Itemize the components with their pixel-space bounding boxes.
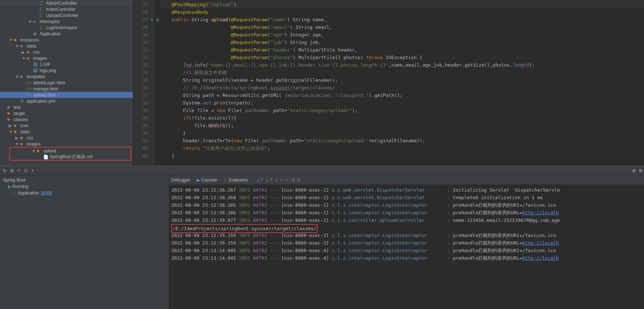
tree-item[interactable]: ▶■css xyxy=(0,49,133,55)
project-tree[interactable]: CAdminControllerCIndexControllerCUploadC… xyxy=(0,0,133,166)
code-line[interactable]: return "注册用户成功/文件上传成功"; xyxy=(160,144,644,152)
tab-debugger[interactable]: Debugger xyxy=(171,178,190,183)
code-line[interactable]: String originalFilename = header.getOrig… xyxy=(160,76,644,84)
line-number[interactable]: 45 xyxy=(133,152,148,160)
tree-item[interactable]: ▼■static xyxy=(0,129,133,135)
file-icon: C xyxy=(40,25,45,30)
code-line[interactable]: @PostMapping("/upload") xyxy=(160,1,644,8)
line-number[interactable]: 26 xyxy=(133,8,148,16)
filter-icon[interactable]: ▽ xyxy=(17,168,21,173)
tree-item[interactable]: ■target xyxy=(0,110,133,116)
code-area[interactable]: @PostMapping("/upload") @ResponseBody pu… xyxy=(154,0,644,166)
tree-item[interactable]: ▶■com xyxy=(0,122,133,129)
line-number[interactable]: 25 xyxy=(133,1,148,8)
line-number[interactable]: 30 xyxy=(133,39,148,46)
tree-arrow-icon[interactable]: ▶ xyxy=(15,135,19,140)
line-number[interactable]: 41 xyxy=(133,122,148,129)
line-number[interactable]: 40 xyxy=(133,114,148,122)
more-icon[interactable]: ⚙ xyxy=(639,168,643,173)
tree-arrow-icon[interactable]: ▼ xyxy=(28,19,32,24)
tree-item[interactable]: ▼■static xyxy=(0,43,133,49)
tree-item[interactable]: ▼●interceptor xyxy=(0,18,133,24)
code-line[interactable]: log.info("name:{},email:{},age:{},job:{}… xyxy=(160,61,644,69)
scroll-icon[interactable]: ⟨⟩ xyxy=(24,168,28,173)
console-output[interactable]: 2022-08-08 23:12:38.267 INFO 44792 --- [… xyxy=(169,185,644,309)
tree-arrow-icon[interactable]: ▼ xyxy=(22,56,26,61)
line-number[interactable]: 33 xyxy=(133,61,148,69)
code-line[interactable]: @RequestParam("age") Integer age, xyxy=(160,31,644,39)
line-number[interactable]: 34 xyxy=(133,69,148,76)
tree-label: AdminController xyxy=(46,1,77,6)
tree-item[interactable]: 🖼1.GIF xyxy=(0,61,133,67)
line-number[interactable]: 38 xyxy=(133,99,148,107)
code-line[interactable]: @RequestParam("photos") MultipartFile[] … xyxy=(160,54,644,61)
code-line[interactable]: // /E:/IdeaProjects/springboot-sysuser/t… xyxy=(160,84,644,91)
tree-arrow-icon[interactable]: ▶ xyxy=(22,50,26,55)
tree-item[interactable]: CLoginInterceptor xyxy=(0,24,133,31)
tree-arrow-icon[interactable]: ▼ xyxy=(15,74,19,79)
code-line[interactable]: @RequestParam("job") String job, xyxy=(160,39,644,46)
tree-item[interactable]: 🖼logo.png xyxy=(0,67,133,73)
line-number[interactable]: 37 xyxy=(133,91,148,99)
tree-item[interactable]: ■test xyxy=(0,104,133,110)
file-icon: ■ xyxy=(20,142,25,147)
tree-item[interactable]: ▼■images xyxy=(0,141,133,147)
code-line[interactable]: System.out.println(path); xyxy=(160,99,644,107)
running-status: ▶ Running xyxy=(3,183,166,190)
tree-item[interactable]: 📄SpringBoot-拦截器.md xyxy=(10,154,131,160)
code-line[interactable]: //1.获取源文件名称 xyxy=(160,69,644,76)
tree-item[interactable]: ▼■templates xyxy=(0,73,133,80)
tree-item[interactable]: CUploadController xyxy=(0,12,133,18)
layout-icon[interactable]: ⊞ xyxy=(10,168,14,173)
tree-item[interactable]: ▼■upload xyxy=(10,148,131,154)
tree-item[interactable]: ⚙application.yml xyxy=(0,98,133,104)
code-line[interactable]: @ResponseBody xyxy=(160,8,644,16)
tree-item[interactable]: CIndexController xyxy=(0,6,133,12)
tab-endpoints[interactable]: ♨ Endpoints xyxy=(223,178,248,183)
tree-arrow-icon[interactable]: ▼ xyxy=(32,148,36,153)
tree-item[interactable]: ◉Application xyxy=(0,31,133,37)
tree-item[interactable]: <>manage.html xyxy=(0,86,133,92)
code-line[interactable]: String path = ResourceUtils.getURL( reso… xyxy=(160,91,644,99)
tab-console[interactable]: ▶ Console xyxy=(197,178,217,183)
tree-item[interactable]: <>upload.html xyxy=(0,92,133,98)
tree-arrow-icon[interactable]: ▼ xyxy=(9,37,13,42)
tree-arrow-icon[interactable]: ▼ xyxy=(15,44,19,49)
line-number[interactable]: 32 xyxy=(133,54,148,61)
tree-item[interactable]: ▼■resources xyxy=(0,37,133,43)
tree-item[interactable]: ▼■images xyxy=(0,55,133,61)
line-number[interactable]: 29 xyxy=(133,31,148,39)
app-item[interactable]: ♨ Application :8080/ xyxy=(3,190,166,196)
line-number[interactable]: 36 xyxy=(133,84,148,91)
code-line[interactable]: File file = new File( pathname: path+"st… xyxy=(160,107,644,114)
code-line[interactable]: public String upload(@RequestParam("name… xyxy=(160,16,644,23)
code-line[interactable]: } xyxy=(160,152,644,160)
tree-item[interactable]: ▶■css xyxy=(0,135,133,141)
line-number[interactable]: 44 xyxy=(133,144,148,152)
line-number[interactable]: 39 xyxy=(133,107,148,114)
tree-arrow-icon[interactable]: ▼ xyxy=(15,142,19,147)
code-line[interactable]: @RequestParam("email") String email, xyxy=(160,23,644,31)
rerun-icon[interactable]: ↻ xyxy=(3,168,6,173)
code-line[interactable]: if(!file.exists()){ xyxy=(160,114,644,122)
add-icon[interactable]: + xyxy=(31,168,34,173)
tree-item[interactable]: CAdminController xyxy=(0,0,133,6)
tree-label: com xyxy=(20,123,28,128)
line-number[interactable]: 27↬ @ xyxy=(133,16,148,23)
tree-arrow-icon[interactable]: ▼ xyxy=(9,129,13,134)
code-line[interactable]: file.mkdirs(); xyxy=(160,122,644,129)
tree-arrow-icon[interactable]: ▶ xyxy=(9,123,13,128)
tree-item[interactable]: <>adminLogin.html xyxy=(0,80,133,86)
line-number[interactable]: 35 xyxy=(133,76,148,84)
code-line[interactable]: header.transferTo(new File( pathname: pa… xyxy=(160,137,644,144)
gutter-annotation-icon[interactable]: ↬ @ xyxy=(151,16,159,23)
tree-item[interactable]: ■classes xyxy=(0,116,133,122)
settings-icon[interactable]: ⊕ xyxy=(632,168,636,173)
line-number[interactable]: 43 xyxy=(133,137,148,144)
line-number[interactable]: 28 xyxy=(133,23,148,31)
line-number[interactable]: 31 xyxy=(133,46,148,54)
code-line[interactable]: } xyxy=(160,129,644,137)
line-number[interactable]: 42 xyxy=(133,129,148,137)
step-icons[interactable]: | ⤒ ⤓ ⤒ ⤓ ⤴ ⤳ | ☰ ☲ xyxy=(258,178,300,183)
code-line[interactable]: @RequestParam("header") MultipartFile he… xyxy=(160,46,644,54)
